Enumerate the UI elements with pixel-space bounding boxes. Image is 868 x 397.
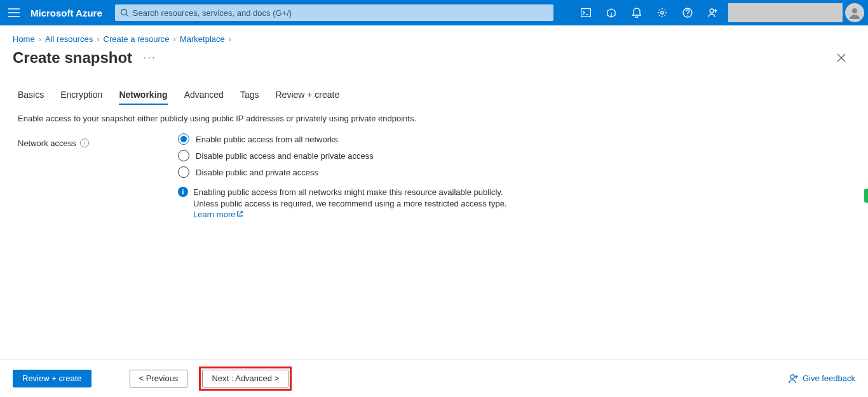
side-indicator xyxy=(864,189,868,203)
svg-rect-5 xyxy=(581,9,591,17)
title-row: Create snapshot ··· xyxy=(0,48,868,72)
help-icon[interactable] xyxy=(675,0,700,25)
cloud-shell-icon[interactable] xyxy=(573,0,599,25)
tab-advanced[interactable]: Advanced xyxy=(184,90,224,105)
svg-point-14 xyxy=(852,8,857,13)
notifications-icon[interactable] xyxy=(624,0,649,25)
review-create-button[interactable]: Review + create xyxy=(13,370,92,387)
svg-point-3 xyxy=(121,10,127,15)
global-search[interactable] xyxy=(115,4,553,21)
search-icon xyxy=(120,8,129,17)
feedback-icon[interactable] xyxy=(700,0,726,25)
info-icon[interactable]: i xyxy=(80,138,89,147)
radio-icon xyxy=(178,150,189,161)
topbar-icon-group xyxy=(573,0,868,25)
tab-basics[interactable]: Basics xyxy=(18,90,44,105)
feedback-label: Give feedback xyxy=(803,373,855,383)
radio-label: Enable public access from all networks xyxy=(196,135,338,144)
radio-label: Disable public access and enable private… xyxy=(196,151,374,161)
page-title: Create snapshot xyxy=(13,49,132,67)
search-input[interactable] xyxy=(129,8,548,18)
external-link-icon xyxy=(236,209,243,220)
network-access-label: Network access i xyxy=(18,133,178,220)
learn-more-link[interactable]: Learn more xyxy=(193,210,243,219)
radio-option-private[interactable]: Disable public access and enable private… xyxy=(178,150,508,161)
note-text: Enabling public access from all networks… xyxy=(193,187,508,220)
chevron-right-icon: › xyxy=(39,34,41,44)
network-access-row: Network access i Enable public access fr… xyxy=(0,128,868,220)
menu-toggle-button[interactable] xyxy=(0,0,28,25)
tab-networking[interactable]: Networking xyxy=(119,90,167,105)
network-access-label-text: Network access xyxy=(18,138,76,148)
breadcrumb-create-resource[interactable]: Create a resource xyxy=(104,34,170,44)
svg-point-8 xyxy=(661,11,663,14)
chevron-right-icon: › xyxy=(229,34,231,44)
wizard-footer: Review + create < Previous Next : Advanc… xyxy=(0,359,868,397)
svg-point-18 xyxy=(790,375,794,379)
brand-label[interactable]: Microsoft Azure xyxy=(28,8,111,18)
next-button[interactable]: Next : Advanced > xyxy=(202,370,288,387)
previous-button[interactable]: < Previous xyxy=(130,370,188,387)
radio-label: Disable public and private access xyxy=(196,168,318,177)
svg-line-4 xyxy=(126,15,128,17)
close-button[interactable] xyxy=(832,49,850,67)
network-access-note: i Enabling public access from all networ… xyxy=(178,183,508,220)
highlight-annotation: Next : Advanced > xyxy=(199,367,292,391)
tab-row: Basics Encryption Networking Advanced Ta… xyxy=(0,72,868,105)
account-placeholder[interactable] xyxy=(728,3,843,22)
network-access-options: Enable public access from all networks D… xyxy=(178,133,508,220)
radio-icon xyxy=(178,133,189,145)
chevron-right-icon: › xyxy=(173,34,176,44)
settings-icon[interactable] xyxy=(649,0,675,25)
breadcrumb-home[interactable]: Home xyxy=(13,34,35,44)
breadcrumb-all-resources[interactable]: All resources xyxy=(45,34,93,44)
feedback-person-icon xyxy=(789,373,799,384)
top-header: Microsoft Azure xyxy=(0,0,868,25)
give-feedback-link[interactable]: Give feedback xyxy=(789,373,855,384)
info-blue-icon: i xyxy=(178,187,188,197)
tab-review-create[interactable]: Review + create xyxy=(275,90,339,105)
directories-icon[interactable] xyxy=(599,0,624,25)
breadcrumb: Home › All resources › Create a resource… xyxy=(0,25,868,48)
tab-encryption[interactable]: Encryption xyxy=(60,90,102,105)
user-avatar[interactable] xyxy=(845,3,864,22)
svg-line-17 xyxy=(240,212,243,215)
tab-description: Enable access to your snapshot either pu… xyxy=(0,105,868,128)
close-icon xyxy=(837,53,846,62)
svg-point-11 xyxy=(710,9,714,13)
note-body: Enabling public access from all networks… xyxy=(193,187,507,208)
more-actions-button[interactable]: ··· xyxy=(144,52,156,64)
svg-point-10 xyxy=(687,15,688,16)
radio-icon xyxy=(178,166,189,178)
tab-tags[interactable]: Tags xyxy=(240,90,259,105)
chevron-right-icon: › xyxy=(97,34,99,44)
radio-option-disabled[interactable]: Disable public and private access xyxy=(178,166,508,178)
breadcrumb-marketplace[interactable]: Marketplace xyxy=(180,34,225,44)
radio-option-public-all[interactable]: Enable public access from all networks xyxy=(178,133,508,145)
